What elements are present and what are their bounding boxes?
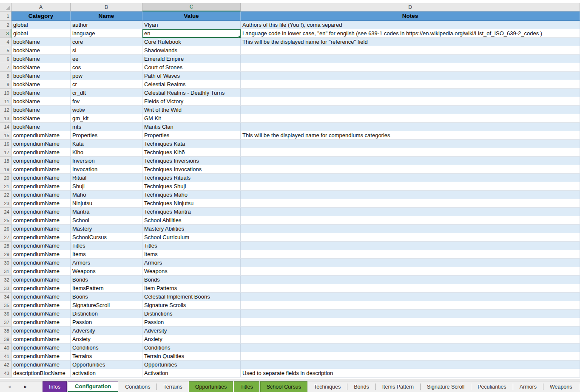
- cell-A10[interactable]: bookName: [11, 89, 71, 97]
- cell-C30[interactable]: Armors: [142, 259, 241, 267]
- cell-A43[interactable]: descriptionBlocName: [11, 369, 71, 378]
- cell-D36[interactable]: [241, 310, 580, 318]
- cell-B24[interactable]: Mantra: [71, 208, 142, 216]
- cell-C13[interactable]: GM Kit: [142, 114, 241, 123]
- cell-B37[interactable]: Passion: [71, 318, 142, 327]
- cell-A26[interactable]: compendiumName: [11, 225, 71, 233]
- row-header-24[interactable]: 24: [0, 208, 11, 216]
- cell-B17[interactable]: Kiho: [71, 148, 142, 157]
- cell-B43[interactable]: activation: [71, 369, 142, 378]
- cell-A20[interactable]: compendiumName: [11, 174, 71, 182]
- cell-C4[interactable]: Core Rulebook: [142, 38, 241, 46]
- row-header-29[interactable]: 29: [0, 250, 11, 259]
- cell-C38[interactable]: Adversity: [142, 327, 241, 335]
- cell-D3[interactable]: Language code in lower case, "en" for en…: [241, 29, 580, 38]
- cell-D22[interactable]: [241, 191, 580, 199]
- cell-C33[interactable]: Item Patterns: [142, 284, 241, 293]
- row-header-41[interactable]: 41: [0, 352, 11, 361]
- sheet-tab-terrains[interactable]: Terrains: [157, 381, 188, 392]
- cell-B19[interactable]: Invocation: [71, 165, 142, 174]
- sheet-tab-infos[interactable]: Infos: [43, 381, 67, 392]
- cell-B28[interactable]: Titles: [71, 242, 142, 250]
- sheet-tab-titles[interactable]: Titles: [234, 381, 259, 392]
- cell-C9[interactable]: Celestial Realms: [142, 80, 241, 89]
- cell-D19[interactable]: [241, 165, 580, 174]
- cell-D31[interactable]: [241, 267, 580, 276]
- cell-C8[interactable]: Path of Waves: [142, 72, 241, 80]
- cell-A19[interactable]: compendiumName: [11, 165, 71, 174]
- cell-B21[interactable]: Shuji: [71, 182, 142, 191]
- row-header-25[interactable]: 25: [0, 216, 11, 225]
- cell-C27[interactable]: School Curriculum: [142, 233, 241, 242]
- cell-C40[interactable]: Conditions: [142, 344, 241, 352]
- cell-C34[interactable]: Celestial Implement Boons: [142, 293, 241, 301]
- row-header-39[interactable]: 39: [0, 335, 11, 344]
- cell-A31[interactable]: compendiumName: [11, 267, 71, 276]
- cell-A41[interactable]: compendiumName: [11, 352, 71, 361]
- cell-D2[interactable]: Authors of this file (You !), coma separ…: [241, 21, 580, 29]
- tab-scroll-left-button[interactable]: ◄: [6, 384, 13, 389]
- sheet-tab-school-cursus[interactable]: School Cursus: [260, 381, 307, 392]
- cell-A3[interactable]: global: [11, 29, 71, 38]
- cell-A18[interactable]: compendiumName: [11, 157, 71, 165]
- cell-A40[interactable]: compendiumName: [11, 344, 71, 352]
- cell-D9[interactable]: [241, 80, 580, 89]
- cell-C20[interactable]: Techniques Rituals: [142, 174, 241, 182]
- row-header-11[interactable]: 11: [0, 97, 11, 106]
- cell-B26[interactable]: Mastery: [71, 225, 142, 233]
- sheet-tab-configuration[interactable]: Configuration: [68, 381, 118, 392]
- cell-A16[interactable]: compendiumName: [11, 140, 71, 148]
- row-header-30[interactable]: 30: [0, 259, 11, 267]
- row-header-17[interactable]: 17: [0, 148, 11, 157]
- cell-B25[interactable]: School: [71, 216, 142, 225]
- cell-D41[interactable]: [241, 352, 580, 361]
- cell-D21[interactable]: [241, 182, 580, 191]
- sheet-tab-bonds[interactable]: Bonds: [348, 381, 375, 392]
- row-header-8[interactable]: 8: [0, 72, 11, 80]
- row-header-12[interactable]: 12: [0, 106, 11, 114]
- cell-D38[interactable]: [241, 327, 580, 335]
- column-header-C[interactable]: C: [142, 3, 241, 11]
- row-header-13[interactable]: 13: [0, 114, 11, 123]
- cell-C28[interactable]: Titles: [142, 242, 241, 250]
- row-header-19[interactable]: 19: [0, 165, 11, 174]
- cell-A5[interactable]: bookName: [11, 46, 71, 55]
- cell-D43[interactable]: Used to separate fields in description: [241, 369, 580, 378]
- cell-B29[interactable]: Items: [71, 250, 142, 259]
- cell-C22[interactable]: Techniques Mahõ: [142, 191, 241, 199]
- cell-B35[interactable]: SignatureScroll: [71, 301, 142, 310]
- row-header-38[interactable]: 38: [0, 327, 11, 335]
- cell-D33[interactable]: [241, 284, 580, 293]
- cell-D14[interactable]: [241, 123, 580, 131]
- cell-C10[interactable]: Celestial Realms - Deathly Turns: [142, 89, 241, 97]
- sheet-tab-armors[interactable]: Armors: [514, 381, 543, 392]
- tab-scroll-right-button[interactable]: ►: [22, 384, 29, 389]
- cell-D15[interactable]: This will be the displayed name for comp…: [241, 131, 580, 140]
- cell-C7[interactable]: Court of Stones: [142, 63, 241, 72]
- cell-A32[interactable]: compendiumName: [11, 276, 71, 284]
- cell-B16[interactable]: Kata: [71, 140, 142, 148]
- row-header-10[interactable]: 10: [0, 89, 11, 97]
- cell-B32[interactable]: Bonds: [71, 276, 142, 284]
- cell-B4[interactable]: core: [71, 38, 142, 46]
- cell-C16[interactable]: Techniques Kata: [142, 140, 241, 148]
- cell-D16[interactable]: [241, 140, 580, 148]
- row-header-36[interactable]: 36: [0, 310, 11, 318]
- cell-A42[interactable]: compendiumName: [11, 361, 71, 369]
- cell-A22[interactable]: compendiumName: [11, 191, 71, 199]
- column-header-D[interactable]: D: [241, 3, 580, 11]
- cell-B5[interactable]: sl: [71, 46, 142, 55]
- cell-C41[interactable]: Terrain Qualities: [142, 352, 241, 361]
- cell-D40[interactable]: [241, 344, 580, 352]
- row-header-9[interactable]: 9: [0, 80, 11, 89]
- cell-D20[interactable]: [241, 174, 580, 182]
- cell-D39[interactable]: [241, 335, 580, 344]
- cell-B34[interactable]: Boons: [71, 293, 142, 301]
- cell-A12[interactable]: bookName: [11, 106, 71, 114]
- cell-B30[interactable]: Armors: [71, 259, 142, 267]
- cell-A21[interactable]: compendiumName: [11, 182, 71, 191]
- row-header-20[interactable]: 20: [0, 174, 11, 182]
- sheet-tab-peculiarities[interactable]: Peculiarities: [472, 381, 512, 392]
- row-header-2[interactable]: 2: [0, 21, 11, 29]
- cell-B42[interactable]: Opportunities: [71, 361, 142, 369]
